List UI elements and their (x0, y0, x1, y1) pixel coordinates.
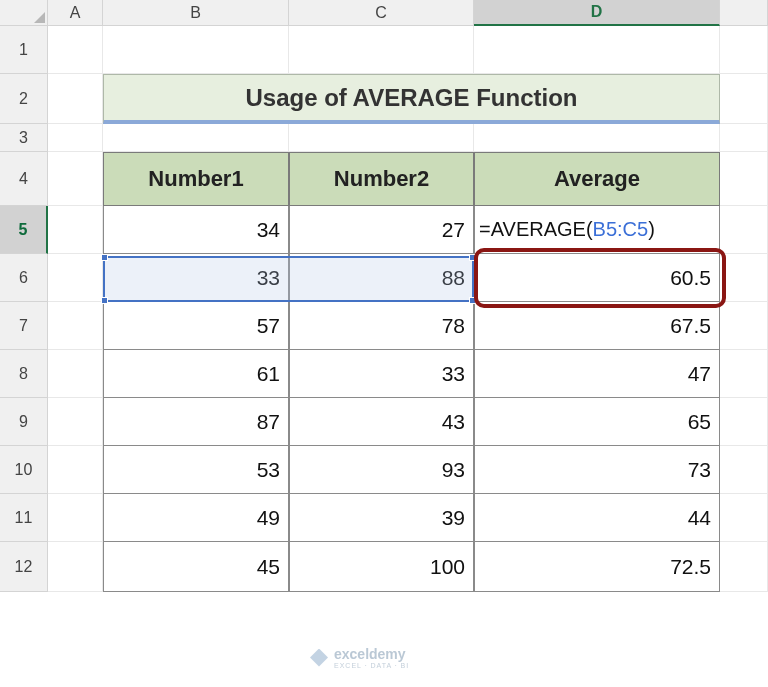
cell-E4[interactable] (720, 152, 768, 206)
row-header-3[interactable]: 3 (0, 124, 48, 152)
cell-B9[interactable]: 87 (103, 398, 289, 446)
cell-D11[interactable]: 44 (474, 494, 720, 542)
watermark: exceldemy EXCEL · DATA · BI (310, 646, 409, 669)
cell-A1[interactable] (48, 26, 103, 74)
cell-E9[interactable] (720, 398, 768, 446)
select-all-corner[interactable] (0, 0, 48, 26)
cell-B12[interactable]: 45 (103, 542, 289, 592)
cell-E5[interactable] (720, 206, 768, 254)
cell-B6[interactable]: 33 (103, 254, 289, 302)
cell-C11[interactable]: 39 (289, 494, 474, 542)
cell-E1[interactable] (720, 26, 768, 74)
cell-D6[interactable]: 60.5 (474, 254, 720, 302)
col-header-C[interactable]: C (289, 0, 474, 26)
logo-icon (310, 649, 328, 667)
cell-C5[interactable]: 27 (289, 206, 474, 254)
cell-C1[interactable] (289, 26, 474, 74)
row-header-5[interactable]: 5 (0, 206, 48, 254)
col-header-A[interactable]: A (48, 0, 103, 26)
cell-A8[interactable] (48, 350, 103, 398)
cell-D7[interactable]: 67.5 (474, 302, 720, 350)
cell-B3[interactable] (103, 124, 289, 152)
row-header-10[interactable]: 10 (0, 446, 48, 494)
row-header-11[interactable]: 11 (0, 494, 48, 542)
watermark-subtitle: EXCEL · DATA · BI (334, 662, 409, 669)
row-header-12[interactable]: 12 (0, 542, 48, 592)
cell-B10[interactable]: 53 (103, 446, 289, 494)
col-header-E[interactable] (720, 0, 768, 26)
cell-B7[interactable]: 57 (103, 302, 289, 350)
col-header-D[interactable]: D (474, 0, 720, 26)
formula-suffix: ) (648, 218, 655, 241)
cell-A4[interactable] (48, 152, 103, 206)
cell-D8[interactable]: 47 (474, 350, 720, 398)
cell-E11[interactable] (720, 494, 768, 542)
cell-D12[interactable]: 72.5 (474, 542, 720, 592)
header-number1[interactable]: Number1 (103, 152, 289, 206)
cell-E8[interactable] (720, 350, 768, 398)
cell-E10[interactable] (720, 446, 768, 494)
cell-A3[interactable] (48, 124, 103, 152)
title-cell[interactable]: Usage of AVERAGE Function (103, 74, 720, 124)
cell-C3[interactable] (289, 124, 474, 152)
cell-B1[interactable] (103, 26, 289, 74)
spreadsheet-grid: A B C D 1 2 Usage of AVERAGE Function 3 … (0, 0, 768, 592)
cell-E7[interactable] (720, 302, 768, 350)
cell-A2[interactable] (48, 74, 103, 124)
cell-C10[interactable]: 93 (289, 446, 474, 494)
row-header-2[interactable]: 2 (0, 74, 48, 124)
cell-C6[interactable]: 88 (289, 254, 474, 302)
cell-E12[interactable] (720, 542, 768, 592)
cell-C7[interactable]: 78 (289, 302, 474, 350)
cell-D1[interactable] (474, 26, 720, 74)
row-header-9[interactable]: 9 (0, 398, 48, 446)
watermark-brand: exceldemy (334, 646, 409, 662)
cell-C9[interactable]: 43 (289, 398, 474, 446)
cell-A6[interactable] (48, 254, 103, 302)
cell-A7[interactable] (48, 302, 103, 350)
cell-A5[interactable] (48, 206, 103, 254)
cell-A11[interactable] (48, 494, 103, 542)
cell-E2[interactable] (720, 74, 768, 124)
cell-A9[interactable] (48, 398, 103, 446)
cell-E6[interactable] (720, 254, 768, 302)
formula-ref: B5:C5 (593, 218, 649, 241)
cell-A12[interactable] (48, 542, 103, 592)
cell-B8[interactable]: 61 (103, 350, 289, 398)
cell-E3[interactable] (720, 124, 768, 152)
header-average[interactable]: Average (474, 152, 720, 206)
cell-D10[interactable]: 73 (474, 446, 720, 494)
header-number2[interactable]: Number2 (289, 152, 474, 206)
row-header-6[interactable]: 6 (0, 254, 48, 302)
col-header-B[interactable]: B (103, 0, 289, 26)
formula-prefix: =AVERAGE( (479, 218, 593, 241)
row-header-1[interactable]: 1 (0, 26, 48, 74)
cell-A10[interactable] (48, 446, 103, 494)
row-header-7[interactable]: 7 (0, 302, 48, 350)
cell-D3[interactable] (474, 124, 720, 152)
cell-C8[interactable]: 33 (289, 350, 474, 398)
cell-D5-formula[interactable]: =AVERAGE(B5:C5) (474, 206, 720, 254)
cell-D9[interactable]: 65 (474, 398, 720, 446)
row-header-4[interactable]: 4 (0, 152, 48, 206)
cell-B5[interactable]: 34 (103, 206, 289, 254)
row-header-8[interactable]: 8 (0, 350, 48, 398)
cell-B11[interactable]: 49 (103, 494, 289, 542)
cell-C12[interactable]: 100 (289, 542, 474, 592)
